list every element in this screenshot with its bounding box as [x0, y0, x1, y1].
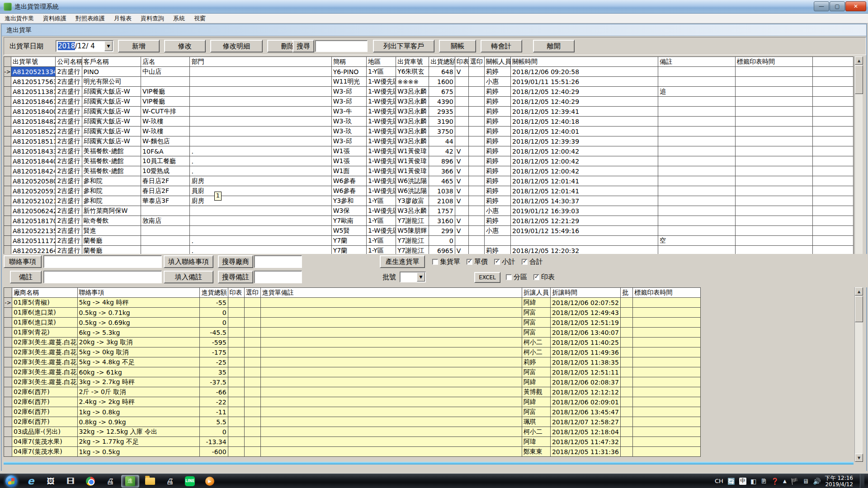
- start-button[interactable]: [3, 475, 20, 488]
- maximize-button[interactable]: ▢: [830, 1, 845, 11]
- column-header[interactable]: 地區: [366, 57, 396, 67]
- table-row[interactable]: A812050624284402吉盛行新竹菜商阿保WW3保1-W優先區W3呂永麟…: [4, 206, 854, 216]
- search-note-button[interactable]: 搜尋備註: [218, 271, 253, 283]
- column-header[interactable]: 關帳時間: [511, 57, 658, 67]
- column-header[interactable]: 選印: [468, 57, 484, 67]
- batch-combo[interactable]: ▼: [400, 272, 426, 282]
- fill-note-button[interactable]: 填入備註: [164, 271, 213, 283]
- table-row[interactable]: 02庫6(西芹)0.8kg -> 0.9kg5.5珮琪2018/12/07 12…: [4, 417, 701, 427]
- scroll-up-icon[interactable]: ▲: [855, 287, 863, 296]
- table-row[interactable]: ->A812052133437872吉盛行PINO中山店Y6-PINO1-Y區Y…: [4, 67, 854, 77]
- table-row[interactable]: A812051851171832吉盛行邱國賓大飯店-WW-麵包店W3-邱1-W優…: [4, 136, 854, 146]
- search-input[interactable]: [315, 40, 368, 52]
- ime-toolbar-icon[interactable]: 🖹: [760, 478, 767, 485]
- bottom-table-scrollbar[interactable]: ▲ ▼: [854, 287, 863, 462]
- scrollbar-thumb[interactable]: [855, 65, 863, 94]
- column-header[interactable]: 印表: [455, 57, 468, 67]
- search-note-input[interactable]: [254, 271, 302, 283]
- column-header[interactable]: 廠商名稱: [12, 288, 77, 298]
- column-header[interactable]: 聯絡事項: [77, 288, 200, 298]
- note-input[interactable]: [43, 271, 162, 283]
- table-row[interactable]: A812051840002672吉盛行邱國賓大飯店-WW-CUT牛排W3-牛1-…: [4, 107, 854, 117]
- help-icon[interactable]: ❓: [771, 478, 778, 485]
- column-header[interactable]: 批: [621, 288, 633, 298]
- fill-contact-button[interactable]: 填入聯絡事項: [164, 255, 213, 268]
- taskbar-chrome-icon[interactable]: [81, 475, 99, 488]
- checkbox-合計[interactable]: 合計: [522, 258, 543, 266]
- column-header[interactable]: 關帳人員: [484, 57, 510, 67]
- excel-button[interactable]: EXCEL: [474, 272, 500, 283]
- table-row[interactable]: A812051842462702吉盛行美福餐飲-總館10愛熟成.W1面1-W優先…: [4, 166, 854, 176]
- checkbox-集貨單[interactable]: 集貨單: [432, 258, 460, 266]
- ime-chinese-icon[interactable]: 中: [739, 478, 746, 485]
- table-row[interactable]: A812052102155932吉盛行參和院華泰店3F廚房Y3參和1-Y區Y3廖…: [4, 196, 854, 206]
- list-customers-button[interactable]: 列出下單客戶: [373, 40, 434, 52]
- column-header[interactable]: 出貨單號: [11, 57, 56, 67]
- scroll-down-icon[interactable]: ▼: [855, 454, 863, 462]
- show-desktop-button[interactable]: [860, 474, 864, 488]
- close-account-button[interactable]: 關帳: [439, 40, 476, 52]
- table-row[interactable]: A812051844016002吉盛行美福餐飲-總館10員工餐廳.W1張1-W優…: [4, 156, 854, 166]
- menu-item[interactable]: 進出貨作業: [0, 14, 38, 23]
- column-header[interactable]: 店名: [141, 57, 190, 67]
- table-row[interactable]: 03成品庫-(另出)32kg -> 12.5kg 入庫 令出0柯小二2018/1…: [4, 427, 701, 437]
- taskbar-line-icon[interactable]: LINE: [181, 475, 199, 488]
- table-row[interactable]: 01庫6(進口菜)0.5kg -> 0.69kg0阿富2018/12/05 12…: [4, 318, 701, 328]
- checkbox-小計[interactable]: 小計: [494, 258, 515, 266]
- taskbar-ie-icon[interactable]: e: [22, 475, 40, 488]
- top-table-scrollbar[interactable]: ▲ ▼: [854, 56, 863, 279]
- column-header[interactable]: 出貨車號: [396, 57, 429, 67]
- search-vendor-button[interactable]: 搜尋廠商: [218, 255, 253, 268]
- table-row[interactable]: 01庫6(進口菜)0.5kg -> 0.71kg0阿富2018/12/05 12…: [4, 308, 701, 318]
- taskbar-photo-viewer-icon[interactable]: 🖼: [42, 475, 60, 488]
- scroll-up-icon[interactable]: ▲: [855, 56, 863, 65]
- table-row[interactable]: 02庫3(美生.蘿蔓.白花)3kg -> 2.7kg 時秤-37.5阿緯2018…: [4, 377, 701, 387]
- table-row[interactable]: 02庫3(美生.蘿蔓.白花)5kg -> 4.8kg 不足-25莉婷2018/1…: [4, 357, 701, 367]
- checkbox-印表[interactable]: 印表: [533, 273, 555, 282]
- language-indicator[interactable]: CH: [715, 478, 723, 484]
- table-row[interactable]: 02庫3(美生.蘿蔓.白花)60kg -> 61kg35阿富2018/12/05…: [4, 367, 701, 377]
- table-row[interactable]: A812052059351902吉盛行參和院春日店2F員廚W6參春1-W優先區W…: [4, 186, 854, 196]
- table-row[interactable]: 02庫6(西芹)1kg -> 0.8kg-11阿富2018/12/06 13:4…: [4, 407, 701, 417]
- edit-button[interactable]: 修改: [164, 40, 206, 52]
- menu-item[interactable]: 資料查詢: [136, 14, 169, 23]
- column-header[interactable]: 進貨單備註: [260, 288, 522, 298]
- column-header[interactable]: 選印: [244, 288, 260, 298]
- table-row[interactable]: A812052213537702吉盛行賢進W5賢1-W優先區W5陳朋輝299V小…: [4, 226, 854, 236]
- table-row[interactable]: ->01庫5(青椒)5kg -> 4kg 時秤-55阿緯2018/12/06 0…: [4, 298, 701, 308]
- date-dropdown-icon[interactable]: ▼: [104, 41, 113, 51]
- table-row[interactable]: A812051138195572吉盛行邱國賓大飯店-WVIP餐廳W3-邱1-W優…: [4, 87, 854, 97]
- taskbar-clock[interactable]: 下午 12:16 2019/4/12: [825, 475, 856, 488]
- table-row[interactable]: 04庫7(葉茂水果)1kg -> 0.5kg-600鄭東東2018/12/05 …: [4, 447, 701, 457]
- column-header[interactable]: 印表: [228, 288, 244, 298]
- taskbar-print-tool-icon[interactable]: 🖨: [101, 475, 119, 488]
- taskbar-media-player-icon[interactable]: 🎞: [61, 475, 80, 488]
- ime-halfwidth-icon[interactable]: ◧: [750, 478, 756, 485]
- minimize-button[interactable]: —: [814, 1, 829, 11]
- table-row[interactable]: 02庫6(西芹)2.4kg -> 2kg 時秤-22阿緯2018/12/06 0…: [4, 397, 701, 407]
- close-button[interactable]: ✕: [845, 1, 866, 11]
- column-header[interactable]: 進貨總額: [200, 288, 228, 298]
- table-row[interactable]: A812051848299402吉盛行邱國賓大飯店-WW-玖樓W3-玖1-W優先…: [4, 117, 854, 127]
- column-header[interactable]: 公司名稱: [56, 57, 82, 67]
- column-header[interactable]: 標籤印表時間: [735, 57, 812, 67]
- column-header[interactable]: 折讓人員: [522, 288, 550, 298]
- column-header[interactable]: 折讓時間: [550, 288, 621, 298]
- table-row[interactable]: A812051852210432吉盛行邱國賓大飯店-WW-玖樓W3-玖1-W優先…: [4, 127, 854, 136]
- batch-dropdown-icon[interactable]: ▼: [417, 272, 425, 282]
- make-purchase-button[interactable]: 產生進貨單: [380, 255, 425, 268]
- action-center-flag-icon[interactable]: 🏴: [791, 478, 798, 485]
- menu-item[interactable]: 月報表: [109, 14, 136, 23]
- ime-swirl-icon[interactable]: 🔄: [727, 478, 735, 485]
- to-accounting-button[interactable]: 轉會計: [481, 40, 522, 52]
- date-combo[interactable]: 2018/12/ 4 ▼: [56, 40, 113, 52]
- exit-button[interactable]: 離開: [533, 40, 575, 52]
- table-row[interactable]: 02庫3(美生.蘿蔓.白花)5kg -> 0kg 取消-175柯小二2018/1…: [4, 347, 701, 357]
- search-vendor-input[interactable]: [254, 255, 302, 268]
- contact-input[interactable]: [43, 255, 162, 268]
- column-header[interactable]: 部門: [190, 57, 331, 67]
- checkbox-分區[interactable]: 分區: [506, 273, 527, 282]
- taskbar-orange-player-icon[interactable]: ▶: [201, 475, 219, 488]
- checkbox-單價[interactable]: 單價: [467, 258, 488, 266]
- add-button[interactable]: 新增: [118, 40, 160, 52]
